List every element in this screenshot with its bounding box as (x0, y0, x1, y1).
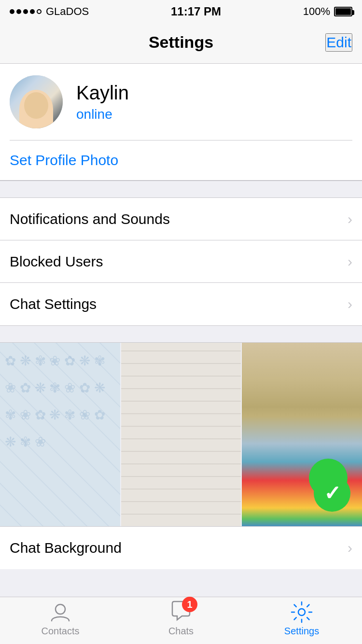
set-photo-row[interactable]: Set Profile Photo (10, 140, 352, 180)
edit-button[interactable]: Edit (325, 33, 352, 52)
chats-icon-wrap: 1 (170, 601, 192, 624)
wallpaper-thumb-2[interactable] (121, 343, 242, 526)
profile-info: Kaylin online (76, 82, 129, 122)
menu-label-chat-settings: Chat Settings (10, 296, 97, 312)
section-divider-1 (0, 181, 362, 198)
signal-dot-3 (23, 9, 28, 14)
status-left: GLaDOS (10, 5, 89, 18)
signal-dot-1 (10, 9, 14, 14)
avatar (10, 75, 63, 128)
status-time: 11:17 PM (171, 5, 221, 18)
chevron-icon-notifications: › (348, 211, 352, 227)
menu-label-chat-background: Chat Background (10, 540, 122, 556)
section-divider-2 (0, 325, 362, 343)
wallpaper-thumb-3[interactable] (242, 343, 362, 526)
status-bar: GLaDOS 11:17 PM 100% (0, 0, 362, 21)
selected-checkmark (314, 475, 350, 512)
menu-item-blocked[interactable]: Blocked Users › (0, 240, 362, 283)
status-right: 100% (303, 5, 352, 18)
chats-icon: 1 (169, 601, 193, 624)
menu-item-notifications[interactable]: Notifications and Sounds › (0, 198, 362, 240)
profile-row: Kaylin online (10, 75, 352, 140)
tab-chats[interactable]: 1 Chats (121, 601, 241, 637)
svg-line-8 (307, 605, 309, 607)
tab-label-contacts: Contacts (42, 626, 80, 637)
signal-dots (10, 9, 42, 14)
settings-icon (290, 601, 313, 624)
svg-point-0 (56, 604, 65, 614)
contacts-icon (49, 601, 72, 624)
tab-bar: Contacts 1 Chats (0, 597, 362, 644)
chevron-icon-blocked: › (348, 253, 352, 270)
svg-point-1 (298, 609, 305, 616)
menu-item-chat-settings[interactable]: Chat Settings › (0, 283, 362, 325)
tab-contacts[interactable]: Contacts (0, 601, 121, 637)
svg-line-9 (294, 617, 296, 619)
signal-dot-4 (30, 9, 35, 14)
tab-label-chats: Chats (168, 626, 194, 637)
menu-item-chat-background[interactable]: Chat Background › (0, 527, 362, 569)
chevron-icon-chat-settings: › (348, 296, 352, 312)
tab-settings[interactable]: Settings (241, 601, 362, 637)
set-profile-photo-button[interactable]: Set Profile Photo (10, 152, 118, 168)
chats-badge: 1 (182, 597, 197, 612)
carrier-label: GLaDOS (46, 5, 89, 18)
wallpaper-thumb-1[interactable] (0, 343, 121, 526)
battery-fill (335, 8, 351, 15)
chevron-icon-chat-background: › (348, 540, 352, 556)
menu-label-blocked: Blocked Users (10, 253, 103, 270)
tab-label-settings: Settings (284, 626, 319, 637)
profile-name: Kaylin (76, 82, 129, 104)
svg-line-7 (307, 617, 309, 619)
chat-background-section: Chat Background › (0, 526, 362, 569)
page-title: Settings (149, 33, 213, 52)
svg-line-6 (294, 605, 296, 607)
nav-bar: Settings Edit (0, 21, 362, 64)
avatar-image (10, 75, 63, 128)
signal-dot-2 (16, 9, 21, 14)
menu-section: Notifications and Sounds › Blocked Users… (0, 198, 362, 325)
menu-label-notifications: Notifications and Sounds (10, 211, 170, 227)
signal-dot-5 (37, 9, 42, 14)
profile-section: Kaylin online Set Profile Photo (0, 64, 362, 181)
profile-status: online (76, 107, 129, 122)
wallpaper-grid (0, 343, 362, 526)
battery-icon (334, 7, 352, 16)
battery-percent: 100% (303, 5, 330, 18)
